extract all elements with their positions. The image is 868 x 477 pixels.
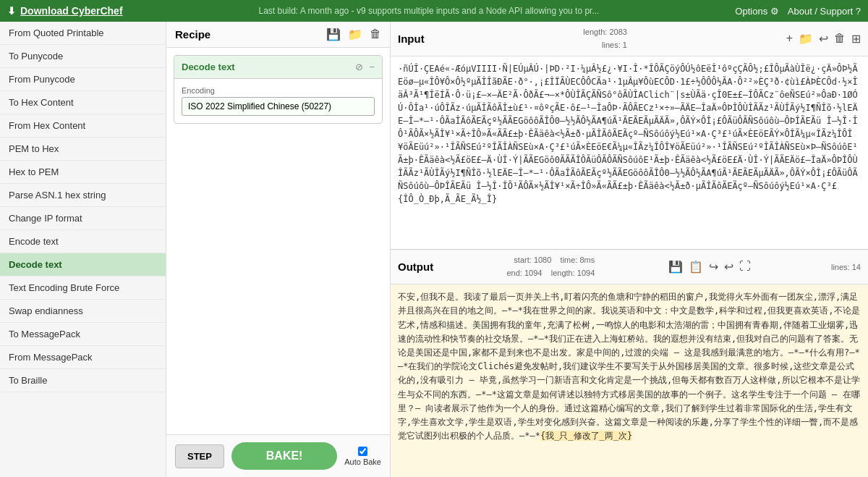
sidebar-item-text-encoding-brute-force[interactable]: Text Encoding Brute Force xyxy=(0,277,166,300)
sidebar-item-from-quoted-printable[interactable]: From Quoted Printable xyxy=(0,22,166,45)
options-button[interactable]: Options ⚙ xyxy=(735,6,778,17)
input-delete-button[interactable]: 🗑 xyxy=(834,32,846,46)
load-recipe-button[interactable]: 📁 xyxy=(348,28,362,41)
sidebar-item-change-ip-format[interactable]: Change IP format xyxy=(0,207,166,230)
output-meta: start: 1080 time: 8ms end: 1094 length: … xyxy=(507,254,595,279)
encoding-label: Encoding xyxy=(182,86,375,95)
delete-recipe-button[interactable]: 🗑 xyxy=(370,28,381,41)
sidebar-item-to-messagepack[interactable]: To MessagePack xyxy=(0,323,166,346)
recipe-card-title: Decode text xyxy=(182,62,235,72)
input-layout-button[interactable]: ⊞ xyxy=(851,32,861,46)
recipe-card-header-icons: ⊘ − xyxy=(355,62,375,72)
input-header: Input length: 2083 lines: 1 + 📁 ↩ 🗑 ⊞ xyxy=(391,22,868,56)
download-icon: ⬇ xyxy=(7,5,16,17)
input-lines-label: lines: xyxy=(602,41,621,49)
sidebar: From Quoted PrintableTo PunycodeFrom Pun… xyxy=(0,22,166,477)
bake-button[interactable]: BAKE! xyxy=(231,442,337,470)
about-support-button[interactable]: About / Support ? xyxy=(788,6,861,17)
encoding-input[interactable] xyxy=(182,97,375,116)
output-time-value: 8ms xyxy=(580,256,595,264)
output-end-label: end: xyxy=(507,269,522,277)
output-length-value: 1094 xyxy=(577,269,595,277)
save-recipe-button[interactable]: 💾 xyxy=(326,28,341,41)
sidebar-item-encode-text[interactable]: Encode text xyxy=(0,230,166,253)
header: ⬇ Download CyberChef Last build: A month… xyxy=(0,0,868,22)
sidebar-item-from-punycode[interactable]: From Punycode xyxy=(0,68,166,91)
output-time-label: time: xyxy=(561,256,578,264)
input-meta: length: 2083 lines: 1 xyxy=(583,26,627,51)
step-button[interactable]: STEP xyxy=(175,444,224,468)
output-highlighted-text: {我_只_修改了_两_次} xyxy=(540,431,632,441)
output-text-area: 不安,但我不是。我读了最后一页并关上书,盯着闪亮的鱼塘和宁静的稻田的窗户,我觉得… xyxy=(391,284,868,477)
decode-text-card: Decode text ⊘ − Encoding xyxy=(174,55,383,124)
sidebar-item-swap-endianness[interactable]: Swap endianness xyxy=(0,300,166,323)
output-section: Output start: 1080 time: 8ms end: 1094 l… xyxy=(391,250,868,477)
input-text-area[interactable]: ·ñÚÎ·ÇEAé«-ÆóµVIIII·Ñ|EÚµÂÚ·|ÞD·²I·¼µÂ½£… xyxy=(391,56,868,249)
sidebar-item-to-hex-content[interactable]: To Hex Content xyxy=(0,91,166,114)
input-actions: + 📁 ↩ 🗑 ⊞ xyxy=(786,32,861,46)
input-reset-button[interactable]: ↩ xyxy=(819,32,828,46)
recipe-footer: STEP BAKE! Auto Bake xyxy=(166,434,390,477)
input-open-button[interactable]: 📁 xyxy=(799,32,813,46)
output-start-label: start: xyxy=(514,256,531,264)
sidebar-item-from-hex-content[interactable]: From Hex Content xyxy=(0,114,166,138)
io-panel: Input length: 2083 lines: 1 + 📁 ↩ 🗑 ⊞ ·ñ… xyxy=(391,22,868,477)
input-length-label: length: xyxy=(583,28,607,36)
download-label[interactable]: Download CyberChef xyxy=(20,5,123,17)
output-forward-button[interactable]: ↪ xyxy=(709,260,718,274)
input-add-button[interactable]: + xyxy=(786,32,793,46)
input-lines-value: 1 xyxy=(623,41,627,49)
auto-bake-wrapper: Auto Bake xyxy=(344,447,381,466)
auto-bake-label: Auto Bake xyxy=(344,457,381,466)
output-copy-button[interactable]: 📋 xyxy=(689,260,703,274)
header-left: ⬇ Download CyberChef xyxy=(7,5,123,17)
minimize-card-button[interactable]: − xyxy=(369,62,375,72)
sidebar-item-hex-to-pem[interactable]: Hex to PEM xyxy=(0,161,166,184)
disable-card-button[interactable]: ⊘ xyxy=(355,62,363,72)
output-title: Output xyxy=(398,261,433,273)
recipe-header: Recipe 💾 📁 🗑 xyxy=(166,22,390,48)
auto-bake-checkbox[interactable] xyxy=(358,447,367,456)
sidebar-item-to-braille[interactable]: To Braille xyxy=(0,369,166,392)
output-lines-meta: lines: 14 xyxy=(824,263,861,271)
input-title: Input xyxy=(398,33,425,45)
input-length-value: 2083 xyxy=(609,28,626,36)
output-save-button[interactable]: 💾 xyxy=(668,260,683,274)
help-icon: ? xyxy=(856,6,861,17)
recipe-title: Recipe xyxy=(175,28,210,41)
sidebar-scroll: From Quoted PrintableTo PunycodeFrom Pun… xyxy=(0,22,166,477)
output-actions: 💾 📋 ↪ ↩ ⛶ xyxy=(668,260,751,274)
input-section: Input length: 2083 lines: 1 + 📁 ↩ 🗑 ⊞ ·ñ… xyxy=(391,22,868,250)
output-length-label: length: xyxy=(551,269,575,277)
recipe-header-icons: 💾 📁 🗑 xyxy=(326,28,381,41)
recipe-card-body: Encoding xyxy=(174,79,382,123)
output-expand-button[interactable]: ⛶ xyxy=(739,260,751,274)
recipe-panel: Recipe 💾 📁 🗑 Decode text ⊘ − Encoding xyxy=(166,22,391,477)
recipe-card-header: Decode text ⊘ − xyxy=(174,56,382,79)
output-start-value: 1080 xyxy=(534,256,551,264)
main-layout: From Quoted PrintableTo PunycodeFrom Pun… xyxy=(0,22,868,477)
header-build-info: Last build: A month ago - v9 supports mu… xyxy=(258,6,599,16)
recipe-content: Decode text ⊘ − Encoding xyxy=(166,48,390,434)
sidebar-item-to-punycode[interactable]: To Punycode xyxy=(0,45,166,68)
sidebar-item-parse-asn1-hex-string[interactable]: Parse ASN.1 hex string xyxy=(0,184,166,207)
sidebar-item-pem-to-hex[interactable]: PEM to Hex xyxy=(0,138,166,161)
output-header: Output start: 1080 time: 8ms end: 1094 l… xyxy=(391,250,868,284)
sidebar-item-decode-text[interactable]: Decode text xyxy=(0,253,166,277)
output-text-before: 不安,但我不是。我读了最后一页并关上书,盯着闪亮的鱼塘和宁静的稻田的窗户,我觉得… xyxy=(398,292,860,441)
output-undo-button[interactable]: ↩ xyxy=(724,260,733,274)
header-right: Options ⚙ About / Support ? xyxy=(735,6,861,17)
sidebar-item-from-messagepack[interactable]: From MessagePack xyxy=(0,346,166,369)
output-end-value: 1094 xyxy=(524,269,542,277)
